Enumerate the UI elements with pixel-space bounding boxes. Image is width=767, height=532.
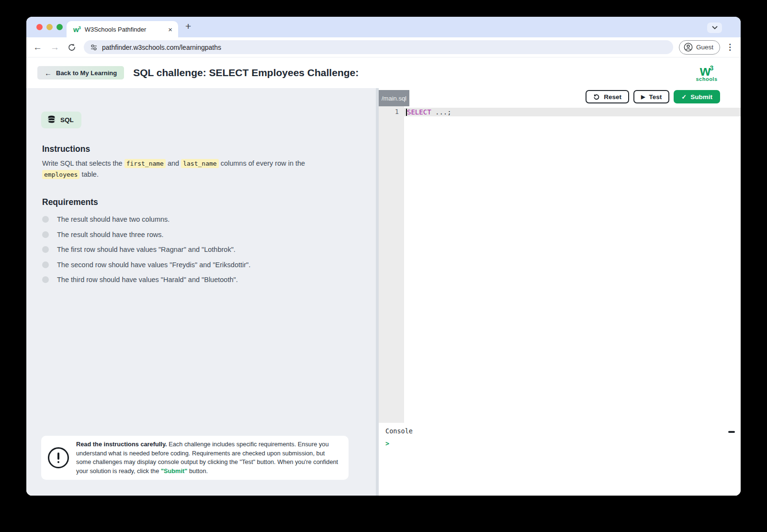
main-split: SQL Instructions Write SQL that selects … [26, 88, 741, 496]
requirement-status-icon [42, 276, 49, 283]
browser-toolbar: ← → pathfinder.w3schools.com/learningpat… [26, 37, 741, 57]
site-settings-icon[interactable] [90, 44, 98, 51]
url-bar[interactable]: pathfinder.w3schools.com/learningpaths [84, 40, 673, 54]
requirement-text: The first row should have values "Ragnar… [57, 245, 236, 255]
url-text[interactable]: pathfinder.w3schools.com/learningpaths [102, 44, 221, 51]
reset-button[interactable]: Reset [586, 90, 629, 103]
left-arrow-icon: ← [45, 69, 52, 77]
editor-actions: Reset ▶ Test ✓ Submit [586, 90, 720, 103]
requirement-item: The third row should have values "Harald… [42, 275, 376, 285]
requirement-item: The first row should have values "Ragnar… [42, 245, 376, 255]
reset-undo-icon [593, 93, 600, 100]
console-label: Console [385, 427, 741, 435]
tab-search-chevron-button[interactable] [707, 23, 722, 33]
instructions-panel: SQL Instructions Write SQL that selects … [26, 88, 376, 496]
requirements-list: The result should have two columns. The … [42, 215, 376, 285]
test-button[interactable]: ▶ Test [633, 90, 669, 103]
w3schools-logo: w3 schools [694, 62, 720, 82]
back-navigation-icon[interactable]: ← [33, 43, 42, 52]
close-window-button[interactable] [36, 24, 43, 30]
close-tab-icon[interactable]: × [168, 26, 172, 33]
line-number: 1 [379, 108, 399, 115]
requirement-status-icon [42, 231, 49, 238]
browser-window: w3 W3Schools Pathfinder × + ← → pathfind… [26, 17, 741, 496]
console-panel: Console > [379, 423, 741, 496]
info-callout: Read the instructions carefully. Each ch… [41, 436, 349, 480]
check-icon: ✓ [681, 94, 687, 100]
requirement-text: The result should have three rows. [57, 230, 163, 240]
challenge-header: ← Back to My Learning SQL challenge: SEL… [26, 57, 741, 88]
console-prompt: > [385, 440, 741, 447]
tab-strip: w3 W3Schools Pathfinder × + [26, 17, 741, 37]
chevron-down-icon [712, 26, 718, 30]
page-title: SQL challenge: SELECT Employees Challeng… [133, 67, 359, 79]
database-icon [47, 115, 56, 125]
w3schools-favicon-icon: w3 [73, 26, 80, 33]
maximize-window-button[interactable] [56, 24, 63, 30]
editor-header: /main.sql Reset ▶ Test [379, 88, 741, 106]
code-pane[interactable]: SELECT ...; [404, 106, 741, 423]
reload-icon[interactable] [68, 43, 76, 52]
tab-title: W3Schools Pathfinder [85, 26, 164, 33]
new-tab-button[interactable]: + [185, 21, 191, 31]
guest-label: Guest [696, 44, 713, 51]
code-editor[interactable]: 1 SELECT ...; [379, 106, 741, 423]
editor-column: /main.sql Reset ▶ Test [379, 88, 741, 496]
code-text: ...; [431, 108, 451, 116]
browser-tab[interactable]: w3 W3Schools Pathfinder × [67, 21, 178, 37]
back-button-label: Back to My Learning [56, 69, 117, 77]
window-controls [36, 24, 63, 30]
submit-label: Submit [690, 93, 712, 101]
instructions-heading: Instructions [42, 144, 376, 154]
exclamation-icon [48, 447, 69, 468]
submit-button[interactable]: ✓ Submit [674, 90, 720, 103]
requirement-status-icon [42, 216, 49, 223]
requirement-item: The result should have two columns. [42, 215, 376, 225]
test-label: Test [649, 93, 662, 101]
minimize-window-button[interactable] [46, 24, 53, 30]
requirement-status-icon [42, 246, 49, 253]
reset-label: Reset [604, 93, 621, 101]
guest-avatar-icon [684, 43, 693, 52]
collapse-console-button[interactable] [728, 431, 735, 433]
sql-badge-label: SQL [60, 116, 74, 124]
line-number-gutter: 1 [379, 106, 404, 423]
requirement-item: The result should have three rows. [42, 230, 376, 240]
back-to-learning-button[interactable]: ← Back to My Learning [37, 66, 124, 79]
forward-navigation-icon: → [50, 43, 59, 52]
file-tab-main-sql[interactable]: /main.sql [379, 90, 409, 106]
code-line-1[interactable]: SELECT ...; [404, 108, 741, 116]
info-callout-text: Read the instructions carefully. Each ch… [76, 440, 340, 475]
sql-badge: SQL [41, 112, 81, 128]
sql-keyword: SELECT [407, 108, 431, 116]
instructions-text: Write SQL that selects the first_name an… [42, 158, 341, 180]
requirement-status-icon [42, 261, 49, 268]
requirement-text: The result should have two columns. [57, 215, 169, 225]
play-icon: ▶ [641, 94, 645, 100]
requirement-text: The second row should have values "Freyd… [57, 260, 250, 270]
guest-profile-button[interactable]: Guest [679, 40, 720, 55]
page-content: ← Back to My Learning SQL challenge: SEL… [26, 57, 741, 496]
requirement-item: The second row should have values "Freyd… [42, 260, 376, 270]
requirement-text: The third row should have values "Harald… [57, 275, 238, 285]
browser-menu-icon[interactable]: ⋮ [726, 42, 734, 52]
requirements-heading: Requirements [42, 197, 376, 207]
